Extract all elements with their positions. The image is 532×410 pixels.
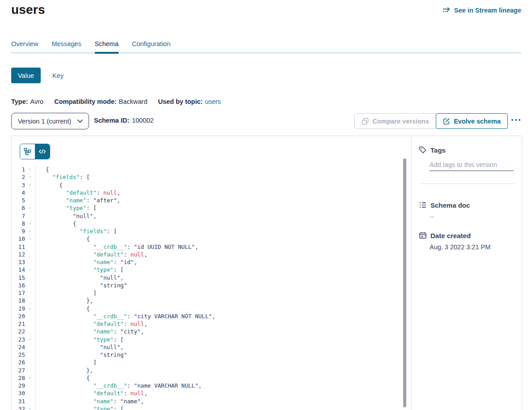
fold-arrow-icon[interactable]: ▾ bbox=[25, 220, 35, 227]
code-line: "name": "city", bbox=[46, 328, 412, 335]
line-number: 26 bbox=[12, 359, 25, 366]
gutter-line: 7 bbox=[12, 212, 35, 220]
code-line: { bbox=[46, 220, 412, 227]
code-line: { bbox=[46, 166, 412, 173]
topic-link[interactable]: users bbox=[205, 98, 221, 105]
line-number: 32 bbox=[12, 405, 25, 410]
code-view-icon bbox=[38, 148, 46, 155]
gutter-line: 15 bbox=[12, 274, 35, 282]
schema-doc-section-header: Schema doc bbox=[419, 201, 470, 209]
fold-arrow-icon[interactable]: ▾ bbox=[25, 305, 35, 312]
gutter-line: 17 bbox=[12, 289, 35, 297]
line-number: 19 bbox=[12, 305, 25, 312]
gutter-line: 1▾ bbox=[12, 166, 35, 173]
fold-arrow-icon[interactable]: ▾ bbox=[25, 166, 35, 173]
edit-icon bbox=[443, 118, 450, 125]
tags-section-header: Tags bbox=[419, 146, 446, 154]
fold-arrow-icon bbox=[25, 212, 35, 220]
fold-arrow-icon bbox=[25, 282, 35, 289]
gutter-line: 26 bbox=[12, 359, 35, 366]
code-line: "default": null, bbox=[46, 189, 412, 196]
gutter-line: 21 bbox=[12, 320, 35, 328]
code-line: "name": "after", bbox=[46, 196, 412, 204]
code-line: }, bbox=[46, 367, 412, 374]
gutter-line: 27 bbox=[12, 367, 35, 374]
fold-arrow-icon[interactable]: ▾ bbox=[25, 204, 35, 212]
used-by-topic-label: Used by topic: bbox=[158, 98, 203, 105]
tab-bar: Overview Messages Schema Configuration bbox=[11, 40, 170, 54]
value-key-toggle: Value Key bbox=[11, 68, 64, 83]
fold-arrow-icon[interactable]: ▾ bbox=[25, 235, 35, 243]
code-line: "default": null, bbox=[46, 389, 412, 397]
code-line: ] bbox=[46, 289, 412, 297]
more-options-button[interactable] bbox=[511, 117, 521, 123]
schema-doc-title: Schema doc bbox=[430, 201, 470, 209]
gutter-line: 5 bbox=[12, 196, 35, 204]
compare-icon bbox=[362, 118, 369, 125]
line-number: 7 bbox=[12, 212, 25, 220]
compare-versions-button[interactable]: Compare versions bbox=[354, 113, 436, 129]
schema-editor-pane: 1▾2▾3▾456▾78▾9▾10▾11121314▾1516171819▾20… bbox=[12, 136, 412, 410]
fold-arrow-icon[interactable]: ▾ bbox=[25, 181, 35, 189]
code-line: "__crdb__": "id UUID NOT NULL", bbox=[46, 243, 412, 251]
line-number: 5 bbox=[12, 196, 25, 204]
fold-arrow-icon bbox=[25, 297, 35, 304]
fold-arrow-icon bbox=[25, 312, 35, 320]
editor-scrollbar[interactable] bbox=[403, 158, 406, 407]
line-number: 1 bbox=[12, 166, 25, 173]
line-number: 20 bbox=[12, 312, 25, 320]
code-line: "fields": [ bbox=[46, 227, 412, 235]
gutter-line: 14▾ bbox=[12, 266, 35, 273]
code-line: "type": [ bbox=[46, 336, 412, 343]
code-view-button[interactable] bbox=[35, 144, 50, 159]
gutter-line: 28▾ bbox=[12, 374, 35, 382]
code-line: "name": "name", bbox=[46, 397, 412, 405]
fold-arrow-icon bbox=[25, 196, 35, 204]
code-line: { bbox=[46, 235, 412, 243]
fold-arrow-icon[interactable]: ▾ bbox=[25, 266, 35, 273]
calendar-add-icon bbox=[419, 231, 427, 239]
code-line: "type": [ bbox=[46, 405, 412, 410]
tab-overview[interactable]: Overview bbox=[11, 40, 38, 54]
gutter-line: 24 bbox=[12, 343, 35, 351]
line-number: 12 bbox=[12, 251, 25, 258]
code-line: "name": "id", bbox=[46, 258, 412, 266]
fold-arrow-icon bbox=[25, 189, 35, 196]
line-number: 28 bbox=[12, 374, 25, 382]
version-select[interactable]: Version 1 (current) bbox=[11, 113, 89, 129]
line-number: 2 bbox=[12, 173, 25, 181]
value-toggle-button[interactable]: Value bbox=[11, 68, 41, 83]
evolve-schema-button[interactable]: Evolve schema bbox=[436, 113, 508, 129]
fold-arrow-icon[interactable]: ▾ bbox=[25, 405, 35, 410]
code-line: }, bbox=[46, 297, 412, 304]
compatibility-value: Backward bbox=[119, 98, 148, 105]
line-number: 18 bbox=[12, 297, 25, 304]
line-number: 24 bbox=[12, 343, 25, 351]
gutter-line: 22 bbox=[12, 328, 35, 335]
add-tags-input[interactable] bbox=[430, 158, 514, 171]
fold-arrow-icon[interactable]: ▾ bbox=[25, 227, 35, 235]
tag-icon bbox=[419, 146, 427, 154]
fold-arrow-icon[interactable]: ▾ bbox=[25, 374, 35, 382]
line-number: 21 bbox=[12, 320, 25, 328]
see-in-stream-lineage-link[interactable]: See in Stream lineage bbox=[443, 7, 521, 14]
tree-view-button[interactable] bbox=[20, 144, 35, 159]
tab-messages[interactable]: Messages bbox=[51, 40, 81, 54]
gutter-line: 10▾ bbox=[12, 235, 35, 243]
type-value: Avro bbox=[30, 98, 44, 105]
key-toggle-button[interactable]: Key bbox=[52, 72, 64, 79]
tab-configuration[interactable]: Configuration bbox=[132, 40, 170, 54]
code-line: "null", bbox=[46, 274, 412, 282]
fold-arrow-icon[interactable]: ▾ bbox=[25, 336, 35, 343]
fold-arrow-icon[interactable]: ▾ bbox=[25, 173, 35, 181]
date-created-value: Aug. 3 2022 3:21 PM bbox=[430, 243, 490, 251]
fold-arrow-icon bbox=[25, 397, 35, 405]
gutter-line: 16 bbox=[12, 282, 35, 289]
schema-code-editor[interactable]: 1▾2▾3▾456▾78▾9▾10▾11121314▾1516171819▾20… bbox=[12, 166, 412, 410]
line-number: 27 bbox=[12, 367, 25, 374]
divider bbox=[419, 184, 515, 184]
tab-schema[interactable]: Schema bbox=[95, 40, 119, 54]
code-line: "null", bbox=[46, 212, 412, 220]
fold-arrow-icon bbox=[25, 274, 35, 282]
stream-lineage-icon bbox=[443, 7, 451, 14]
